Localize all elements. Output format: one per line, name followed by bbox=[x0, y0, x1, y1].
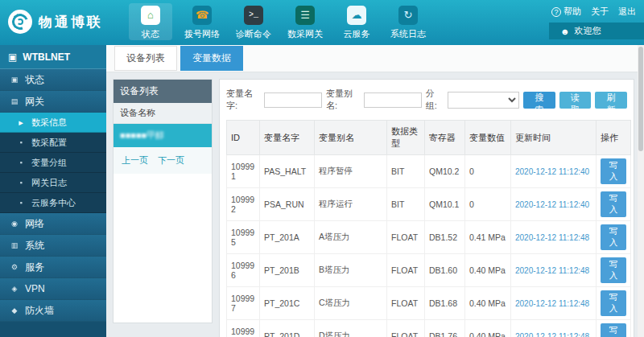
cell-variable-alias: 程序暂停 bbox=[315, 155, 387, 188]
logout-link[interactable]: 退出 bbox=[618, 6, 636, 18]
cell-variable-name: PAS_HALT bbox=[260, 155, 315, 188]
refresh-button[interactable]: 刷新 bbox=[595, 92, 627, 109]
search-button[interactable]: 搜索 bbox=[523, 92, 555, 109]
sidebar-item[interactable]: ◉ 网络 bbox=[0, 213, 106, 235]
brand-logo: 物通博联 bbox=[8, 10, 103, 34]
cell-update-time: 2020-12-12 11:12:48 bbox=[511, 287, 597, 320]
table-row: 109992 PSA_RUN 程序运行 BIT QM10.1 0 2020-12… bbox=[227, 188, 631, 221]
tab-device-list[interactable]: 设备列表 bbox=[114, 46, 177, 71]
brand-name: 物通博联 bbox=[39, 13, 103, 31]
user-icon: ☻ bbox=[560, 27, 570, 36]
sidebar-item[interactable]: ▥ 系统 bbox=[0, 235, 106, 257]
sidebar-item[interactable]: ◈ VPN bbox=[0, 278, 106, 300]
help-link[interactable]: ? 帮助 bbox=[551, 6, 581, 18]
write-button[interactable]: 写入 bbox=[601, 158, 626, 184]
sidebar-item-label: 网关 bbox=[25, 95, 44, 109]
variable-name-label: 变量名字: bbox=[226, 88, 260, 112]
sidebar-item-icon: ▪ bbox=[16, 199, 26, 207]
cell-variable-value: 0.40 MPa bbox=[465, 320, 511, 337]
cell-data-type: FLOAT bbox=[387, 320, 425, 337]
app-root: 物通博联 ⌂ 状态 ☎ 拨号网络 >_ 诊断命令 ☰ 数采网关 ☁ 云服务 bbox=[0, 0, 644, 337]
scrollbar-thumb[interactable] bbox=[638, 47, 643, 151]
main-content: 设备列表 变量数据 设备列表 设备名称 ■■■■■甲醇 上一页 下一页 bbox=[106, 45, 638, 337]
content-panels: 设备列表 设备名称 ■■■■■甲醇 上一页 下一页 变量名字: 变量别名: bbox=[106, 72, 638, 337]
write-button[interactable]: 写入 bbox=[601, 224, 626, 250]
topnav-status-label: 状态 bbox=[129, 28, 172, 40]
device-next-page-link[interactable]: 下一页 bbox=[158, 154, 184, 166]
device-name-label: 设备名称 bbox=[114, 103, 212, 124]
sidebar-item-icon: ◈ bbox=[10, 285, 19, 293]
top-nav: ⌂ 状态 ☎ 拨号网络 >_ 诊断命令 ☰ 数采网关 ☁ 云服务 ↻ 系统日志 bbox=[129, 3, 430, 40]
scrollbar-track[interactable] bbox=[638, 45, 644, 337]
cell-id: 109998 bbox=[227, 320, 260, 337]
cell-variable-alias: C塔压力 bbox=[315, 287, 387, 320]
sidebar-item[interactable]: ◆ 防火墙 bbox=[0, 300, 106, 322]
topnav-system-logs[interactable]: ↻ 系统日志 bbox=[386, 3, 430, 40]
sidebar-item[interactable]: ▣ 状态 bbox=[0, 69, 106, 91]
sidebar-item[interactable]: ▤ 网关 bbox=[0, 91, 106, 113]
sidebar-item[interactable]: ▪ 云服务中心 bbox=[0, 193, 106, 213]
cell-id: 109995 bbox=[227, 221, 260, 254]
sidebar-item[interactable]: ▪ 数采配置 bbox=[0, 133, 106, 153]
col-id: ID bbox=[227, 121, 260, 155]
topnav-cloud-service[interactable]: ☁ 云服务 bbox=[335, 3, 378, 40]
write-button[interactable]: 写入 bbox=[601, 191, 626, 217]
sidebar-title-label: WTBLNET bbox=[23, 51, 70, 63]
sidebar-item-label: 服务 bbox=[25, 261, 44, 274]
col-variable-value: 变量数值 bbox=[465, 121, 511, 155]
read-button[interactable]: 读取 bbox=[559, 92, 592, 109]
write-button[interactable]: 写入 bbox=[601, 257, 626, 283]
sidebar-item[interactable]: ⚙ 服务 bbox=[0, 257, 106, 278]
about-link[interactable]: 关于 bbox=[591, 6, 609, 18]
terminal-icon: >_ bbox=[244, 6, 263, 25]
sidebar-item[interactable]: ▸ 数采信息 bbox=[0, 113, 106, 133]
topnav-cloud-service-label: 云服务 bbox=[335, 28, 378, 40]
cell-variable-value: 0 bbox=[465, 188, 511, 221]
table-row: 109998 PT_201D D塔压力 FLOAT DB1.76 0.40 MP… bbox=[227, 320, 631, 337]
cell-variable-alias: D塔压力 bbox=[315, 320, 387, 337]
group-select[interactable] bbox=[448, 92, 519, 109]
help-icon: ? bbox=[551, 7, 561, 17]
cell-operation: 写入 bbox=[597, 320, 631, 337]
cell-operation: 写入 bbox=[597, 221, 631, 254]
cell-variable-value: 0.40 MPa bbox=[465, 254, 511, 287]
cell-variable-alias: 程序运行 bbox=[315, 188, 387, 221]
cell-data-type: FLOAT bbox=[387, 221, 425, 254]
cell-update-time: 2020-12-12 11:12:40 bbox=[511, 155, 597, 188]
variable-table: ID 变量名字 变量别名 数据类型 寄存器 变量数值 更新时间 操作 bbox=[226, 120, 631, 337]
topnav-diagnostic-commands[interactable]: >_ 诊断命令 bbox=[232, 3, 275, 40]
cell-operation: 写入 bbox=[597, 188, 631, 221]
sidebar-item[interactable]: ▪ 变量分组 bbox=[0, 153, 106, 173]
sidebar-title: ▣ WTBLNET bbox=[0, 45, 106, 69]
topnav-status[interactable]: ⌂ 状态 bbox=[129, 3, 172, 40]
user-menu[interactable]: ☻ 欢迎您 bbox=[549, 23, 644, 39]
cell-update-time: 2020-12-12 11:12:48 bbox=[511, 221, 597, 254]
variable-name-input[interactable] bbox=[264, 92, 322, 108]
cell-register: DB1.68 bbox=[425, 287, 465, 320]
topnav-system-logs-label: 系统日志 bbox=[386, 28, 430, 40]
device-list-item-selected[interactable]: ■■■■■甲醇 bbox=[114, 124, 212, 147]
device-prev-page-link[interactable]: 上一页 bbox=[122, 154, 148, 166]
cell-id: 109991 bbox=[227, 155, 260, 188]
variable-alias-label: 变量别名: bbox=[326, 88, 360, 112]
sidebar-item-label: 变量分组 bbox=[31, 157, 67, 169]
sidebar-item[interactable]: ▪ 网关日志 bbox=[0, 173, 106, 193]
col-operation: 操作 bbox=[597, 121, 631, 155]
write-button[interactable]: 写入 bbox=[601, 323, 626, 337]
sidebar-item-icon: ▣ bbox=[10, 76, 19, 84]
variable-alias-input[interactable] bbox=[364, 92, 422, 108]
tab-variable-data[interactable]: 变量数据 bbox=[180, 46, 243, 71]
sidebar-item-icon: ◆ bbox=[10, 306, 19, 314]
cell-variable-name: PT_201D bbox=[260, 320, 315, 337]
write-button[interactable]: 写入 bbox=[601, 290, 626, 316]
topnav-dial-network[interactable]: ☎ 拨号网络 bbox=[180, 3, 224, 40]
cell-operation: 写入 bbox=[597, 287, 631, 320]
sidebar-item-icon: ▥ bbox=[10, 241, 19, 249]
topnav-dial-network-label: 拨号网络 bbox=[180, 28, 224, 40]
col-data-type: 数据类型 bbox=[387, 121, 425, 155]
topnav-data-gateway[interactable]: ☰ 数采网关 bbox=[283, 3, 327, 40]
header-links: ? 帮助 关于 退出 bbox=[551, 6, 636, 18]
antenna-icon: ☎ bbox=[192, 6, 212, 25]
sidebar-item-label: 云服务中心 bbox=[31, 197, 76, 209]
sidebar: ▣ WTBLNET ▣ 状态 ▤ 网关 ▸ 数采信息 bbox=[0, 45, 106, 337]
